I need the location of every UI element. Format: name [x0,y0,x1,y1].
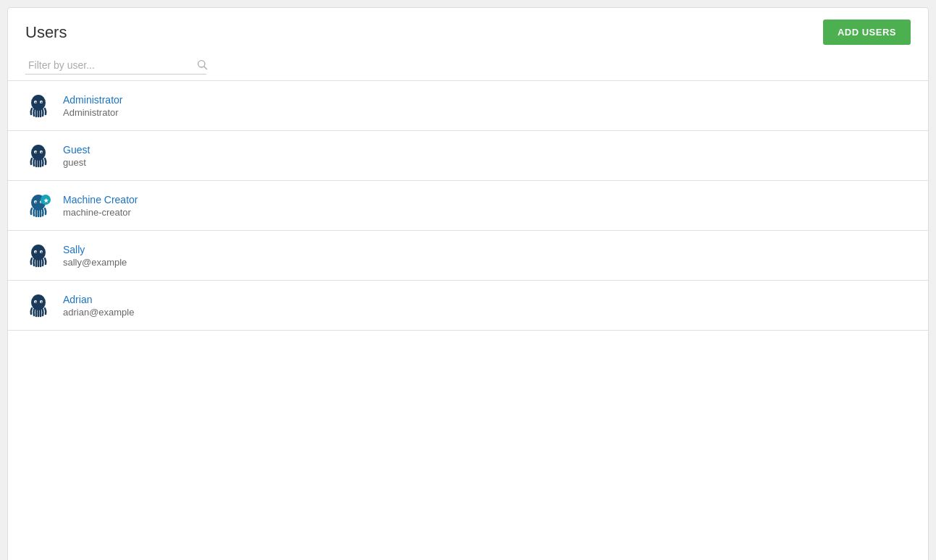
user-row[interactable]: Sally sally@example [8,231,928,281]
user-avatar [25,143,51,169]
user-avatar-wrap [25,292,51,318]
user-list: Administrator Administrator [8,80,928,331]
user-avatar: ★ [25,192,51,219]
user-avatar [25,93,51,119]
svg-point-22 [35,252,37,253]
user-avatar [25,242,51,268]
user-info: Machine Creator machine-creator [63,194,138,218]
user-info: Guest guest [63,144,90,168]
user-avatar-wrap [25,143,51,169]
svg-point-23 [41,252,43,253]
filter-input[interactable] [25,56,206,75]
svg-point-27 [35,302,37,303]
svg-point-2 [31,95,46,111]
svg-point-28 [41,302,43,303]
user-info: Administrator Administrator [63,94,122,118]
user-detail: sally@example [63,257,127,268]
user-avatar [25,292,51,318]
user-row[interactable]: Guest guest [8,131,928,181]
user-avatar-wrap [25,242,51,268]
user-name: Adrian [63,294,134,305]
svg-point-6 [41,102,43,103]
user-detail: Administrator [63,107,122,118]
user-name: Guest [63,144,90,156]
user-avatar-wrap [25,93,51,119]
user-detail: machine-creator [63,207,138,218]
user-row[interactable]: Adrian adrian@example [8,281,928,331]
svg-point-7 [31,145,46,161]
user-row[interactable]: ★ Machine Creator machine-creator [8,181,928,231]
user-detail: guest [63,157,90,168]
svg-point-15 [35,202,37,203]
svg-point-19 [31,245,46,260]
user-row[interactable]: Administrator Administrator [8,81,928,131]
user-info: Sally sally@example [63,244,127,268]
svg-point-24 [31,294,46,310]
user-name: Administrator [63,94,122,106]
user-detail: adrian@example [63,307,134,318]
add-users-button[interactable]: ADD USERS [823,20,911,45]
svg-point-10 [35,152,37,153]
svg-point-11 [41,152,43,153]
user-avatar-wrap: ★ [25,192,51,219]
header: Users ADD USERS [8,8,928,56]
user-name: Machine Creator [63,194,138,205]
page-title: Users [25,23,67,42]
svg-text:★: ★ [43,198,49,204]
page-container: Users ADD USERS [7,7,929,560]
svg-point-5 [35,102,37,103]
user-name: Sally [63,244,127,255]
user-info: Adrian adrian@example [63,294,134,318]
